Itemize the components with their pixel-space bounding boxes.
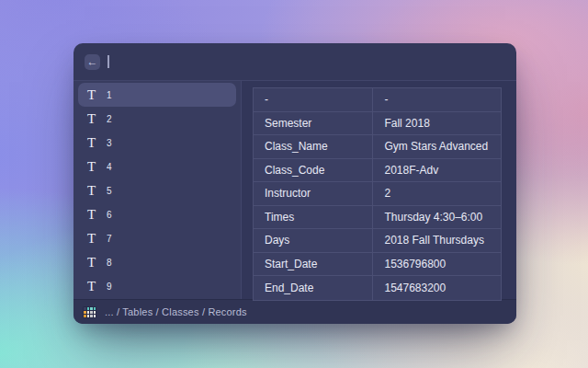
- table-row: Class_Name Gym Stars Advanced: [254, 135, 501, 159]
- text-type-icon: T: [87, 184, 98, 198]
- record-fields-table: - - Semester Fall 2018 Class_Name Gym St…: [253, 87, 502, 301]
- sidebar-item-record-4[interactable]: T 4: [78, 155, 236, 178]
- field-value-cell[interactable]: 1547683200: [373, 276, 501, 300]
- table-row: Class_Code 2018F-Adv: [254, 159, 501, 183]
- app-window: ← T 1 T 2 T 3 T 4 T 5: [74, 43, 516, 324]
- field-value-cell[interactable]: 1536796800: [373, 253, 501, 276]
- table-row: - -: [254, 88, 501, 112]
- status-bar: ... / Tables / Classes / Records: [74, 299, 516, 324]
- table-row: Times Thursday 4:30–6:00: [254, 206, 501, 230]
- records-sidebar: T 1 T 2 T 3 T 4 T 5 T 6: [74, 81, 242, 299]
- sidebar-item-label: 7: [107, 234, 112, 244]
- field-value-cell[interactable]: 2: [373, 182, 501, 205]
- sidebar-item-label: 3: [107, 138, 112, 148]
- field-name-cell: Start_Date: [254, 253, 373, 276]
- table-row: Days 2018 Fall Thursdays: [254, 229, 501, 253]
- field-value-cell[interactable]: Fall 2018: [373, 112, 501, 135]
- sidebar-item-record-2[interactable]: T 2: [78, 107, 236, 131]
- sidebar-item-record-6[interactable]: T 6: [78, 202, 236, 226]
- field-name-cell: Times: [254, 206, 373, 229]
- sidebar-item-label: 2: [107, 114, 112, 124]
- field-value-cell[interactable]: 2018F-Adv: [373, 159, 501, 182]
- field-value-cell[interactable]: Gym Stars Advanced: [373, 135, 501, 158]
- field-name-cell: Class_Name: [254, 135, 373, 158]
- title-input[interactable]: [107, 43, 505, 80]
- sidebar-item-label: 9: [107, 282, 112, 292]
- back-button[interactable]: ←: [85, 54, 100, 70]
- sidebar-item-label: 5: [107, 186, 112, 196]
- breadcrumb[interactable]: ... / Tables / Classes / Records: [105, 306, 247, 317]
- field-name-cell: -: [254, 88, 373, 111]
- sidebar-item-record-1[interactable]: T 1: [78, 83, 236, 107]
- field-name-cell: End_Date: [254, 276, 373, 300]
- text-type-icon: T: [87, 160, 98, 174]
- table-row: End_Date 1547683200: [254, 276, 501, 300]
- window-body: T 1 T 2 T 3 T 4 T 5 T 6: [74, 81, 516, 299]
- sidebar-item-record-9[interactable]: T 9: [78, 274, 236, 298]
- text-type-icon: T: [87, 136, 98, 150]
- sidebar-item-record-3[interactable]: T 3: [78, 131, 236, 155]
- sidebar-item-record-5[interactable]: T 5: [78, 178, 236, 202]
- sidebar-item-label: 1: [107, 90, 112, 100]
- table-row: Semester Fall 2018: [254, 112, 501, 136]
- text-type-icon: T: [87, 112, 98, 126]
- field-name-cell: Days: [254, 229, 373, 252]
- field-name-cell: Class_Code: [254, 159, 373, 182]
- sidebar-item-label: 8: [107, 258, 112, 268]
- text-type-icon: T: [87, 256, 98, 270]
- sidebar-item-label: 4: [107, 162, 112, 172]
- field-name-cell: Instructor: [254, 182, 373, 205]
- record-detail-panel: - - Semester Fall 2018 Class_Name Gym St…: [242, 81, 516, 299]
- text-type-icon: T: [87, 232, 98, 246]
- window-header: ←: [74, 43, 516, 81]
- sidebar-item-record-8[interactable]: T 8: [78, 250, 236, 274]
- table-row: Start_Date 1536796800: [254, 253, 501, 277]
- field-value-cell[interactable]: 2018 Fall Thursdays: [373, 229, 501, 252]
- text-type-icon: T: [87, 208, 98, 222]
- sidebar-item-label: 6: [107, 210, 112, 220]
- text-type-icon: T: [87, 88, 98, 102]
- sidebar-item-record-7[interactable]: T 7: [78, 226, 236, 250]
- field-name-cell: Semester: [254, 112, 373, 135]
- text-cursor: [107, 55, 109, 68]
- table-grid-icon[interactable]: [83, 306, 96, 318]
- text-type-icon: T: [87, 280, 98, 293]
- table-row: Instructor 2: [254, 182, 501, 206]
- field-value-cell[interactable]: -: [373, 88, 501, 111]
- field-value-cell[interactable]: Thursday 4:30–6:00: [373, 206, 501, 229]
